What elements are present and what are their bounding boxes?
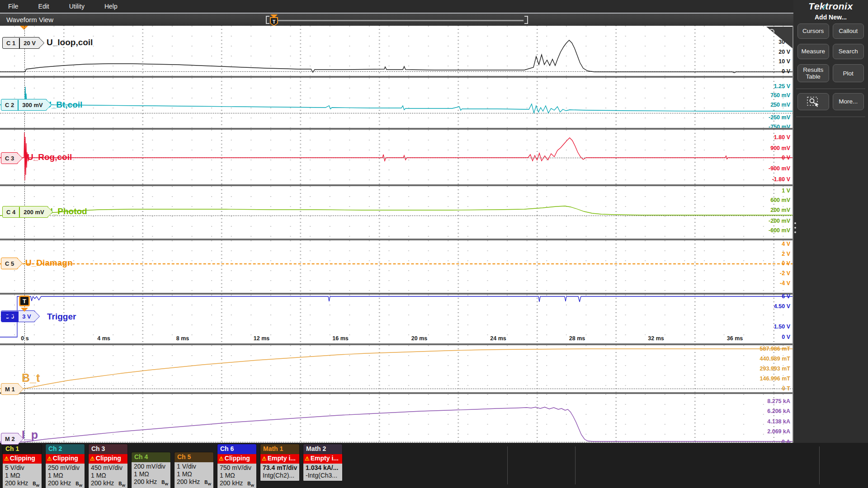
warning-icon: ⚠ — [305, 455, 310, 462]
zoom-select-button[interactable] — [797, 93, 829, 110]
search-button[interactable]: Search — [833, 44, 864, 59]
channel2-badge[interactable]: C 2300 mV — [1, 99, 47, 111]
cursors-button[interactable]: Cursors — [797, 23, 829, 39]
trigger-position-icon[interactable]: T — [270, 17, 278, 26]
axis-tick-label: 600 mV — [770, 197, 790, 203]
bandwidth-limit-icon: BW — [161, 480, 168, 485]
axis-tick-label: 20 V — [778, 49, 790, 55]
badge-alert: ⚠Clipping — [217, 454, 256, 464]
channel-id: C 1 — [3, 38, 19, 48]
menu-edit[interactable]: Edit — [38, 3, 49, 10]
channel3-band: 1.80 V900 mV0 V-900 mV-1.80 V C 3 U_Rog,… — [0, 130, 793, 184]
callout-button[interactable]: Callout — [833, 23, 864, 39]
warning-icon: ⚠ — [4, 455, 9, 462]
sidebar-separator — [796, 89, 865, 89]
math1-settings-badge[interactable]: Math 1⚠Empty i...73.4 mT/divIntg(Ch2)... — [260, 444, 300, 481]
channel5-badge[interactable]: C 5 — [1, 258, 18, 269]
ch5-settings-badge[interactable]: Ch 51 V/div1 MΩ200 kHzBW — [174, 452, 214, 488]
badge-alert: ⚠Empty i... — [303, 454, 342, 464]
bandwidth-limit-icon: BW — [33, 481, 39, 486]
results-table-button[interactable]: Results Table — [797, 64, 829, 82]
ch2-settings-badge[interactable]: Ch 2⚠Clipping250 mV/div1 MΩ200 kHzBW — [45, 444, 85, 488]
channel4-badge[interactable]: C 4200 mV — [2, 206, 48, 218]
math1-trace — [0, 345, 793, 392]
math2-label: I_p — [22, 428, 38, 441]
channel3-badge[interactable]: C 3 — [1, 152, 18, 164]
axis-tick-label: -900 mV — [769, 165, 790, 172]
menu-file[interactable]: File — [8, 3, 19, 10]
zoom-select-icon — [807, 96, 820, 107]
separator — [507, 446, 508, 484]
math2-badge[interactable]: M 2 — [1, 433, 19, 445]
axis-tick-label: 587.986 mT — [760, 346, 790, 352]
channel6-label: Trigger — [47, 312, 76, 322]
badge-alert: ⚠Clipping — [3, 454, 42, 464]
warning-icon: ⚠ — [219, 455, 224, 462]
badge-setting-row: 1 MΩ — [91, 472, 125, 479]
badge-setting-row: 200 kHzBW — [134, 478, 168, 488]
ch6-settings-badge[interactable]: Ch 6⚠Clipping750 mV/div1 MΩ200 kHzBW — [217, 444, 257, 488]
horizontal-position-bar[interactable]: T — [266, 15, 528, 25]
axis-tick-label: 10 V — [778, 58, 790, 65]
record-view-line — [278, 20, 524, 21]
axis-tick-label: 750 mV — [770, 92, 790, 99]
ch1-settings-badge[interactable]: Ch 1⚠Clipping5 V/div1 MΩ200 kHzBW — [2, 444, 42, 488]
axis-tick-label: 0 T — [782, 385, 790, 392]
badge-setting-row: 200 kHzBW — [220, 479, 254, 488]
trigger-marker-icon[interactable]: T — [19, 296, 30, 306]
badge-title: Ch 4 — [132, 452, 170, 462]
math2-settings-badge[interactable]: Math 2⚠Empty i...1.034 kA/...-Intg(Ch3..… — [303, 444, 343, 481]
axis-tick-label: -1.80 V — [772, 176, 790, 183]
measure-button[interactable]: Measure — [797, 44, 829, 59]
time-axis-label: 20 ms — [411, 335, 427, 342]
math1-badge[interactable]: M 1 — [1, 383, 19, 395]
plot-button[interactable]: Plot — [833, 64, 864, 82]
bottom-settings-bar: Ch 1⚠Clipping5 V/div1 MΩ200 kHzBWCh 2⚠Cl… — [0, 443, 868, 488]
badge-setting-row: Intg(Ch2)... — [263, 472, 297, 479]
menu-utility[interactable]: Utility — [69, 3, 85, 10]
trigger-level-arrow-icon[interactable] — [0, 313, 14, 320]
sidebar-separator — [796, 117, 865, 117]
badge-setting-row: 1 MΩ — [48, 472, 82, 479]
badge-setting-row: 200 kHzBW — [91, 479, 125, 488]
bandwidth-limit-icon: BW — [75, 481, 82, 486]
ch4-settings-badge[interactable]: Ch 4200 mV/div1 MΩ200 kHzBW — [131, 452, 171, 488]
time-axis-label: 36 ms — [727, 335, 743, 342]
right-bracket — [524, 16, 528, 24]
channel-scale: 300 mV — [18, 100, 47, 110]
menu-help[interactable]: Help — [104, 3, 118, 10]
badge-setting-row: 200 mV/div — [134, 463, 168, 470]
axis-tick-label: 900 mV — [770, 145, 790, 151]
channel-id: C 2 — [1, 100, 18, 110]
axis-tick-label: 200 mV — [770, 207, 790, 213]
waveform-plot: 30 V20 V10 V0 V C 120 V U_loop,coil 1.25… — [0, 26, 793, 443]
warning-icon: ⚠ — [90, 455, 95, 462]
axis-tick-label: 4.138 kA — [767, 418, 790, 425]
channel-scale: 3 V — [18, 311, 35, 322]
axis-tick-label: 0 V — [782, 260, 790, 267]
badge-setting-row: 5 V/div — [5, 464, 39, 472]
axis-tick-label: 293.993 mT — [760, 366, 790, 372]
channel4-trace — [0, 186, 793, 239]
time-axis-label: 24 ms — [490, 335, 506, 342]
bandwidth-limit-icon: BW — [204, 480, 211, 485]
channel1-badge[interactable]: C 120 V — [2, 37, 40, 49]
axis-tick-label: 0 V — [782, 155, 790, 161]
axis-tick-label: -4 V — [780, 280, 790, 286]
ch3-settings-badge[interactable]: Ch 3⚠Clipping450 mV/div1 MΩ200 kHzBW — [88, 444, 128, 488]
badge-setting-row: 450 mV/div — [91, 464, 125, 472]
channel4-band: 1 V600 mV200 mV-200 mV-600 mV C 4200 mV … — [0, 186, 793, 239]
badge-alert: ⚠Clipping — [89, 454, 127, 464]
channel2-band: 1.25 V750 mV250 mV-250 mV-750 mV C 2300 … — [0, 78, 793, 128]
more-button[interactable]: More... — [833, 93, 864, 110]
axis-tick-label: 146.996 mT — [760, 375, 790, 382]
axis-tick-label: 250 mV — [770, 102, 790, 108]
channel-scale: 20 V — [19, 38, 39, 48]
axis-tick-label: 6.206 kA — [767, 408, 790, 414]
axis-tick-label: 1.50 V — [774, 324, 790, 330]
panel-drag-handle[interactable] — [794, 222, 796, 233]
time-axis-label: 16 ms — [332, 335, 348, 342]
badge-alert: ⚠Clipping — [46, 454, 85, 464]
badge-title: Math 1 — [260, 444, 299, 454]
badge-title: Math 2 — [303, 444, 342, 454]
